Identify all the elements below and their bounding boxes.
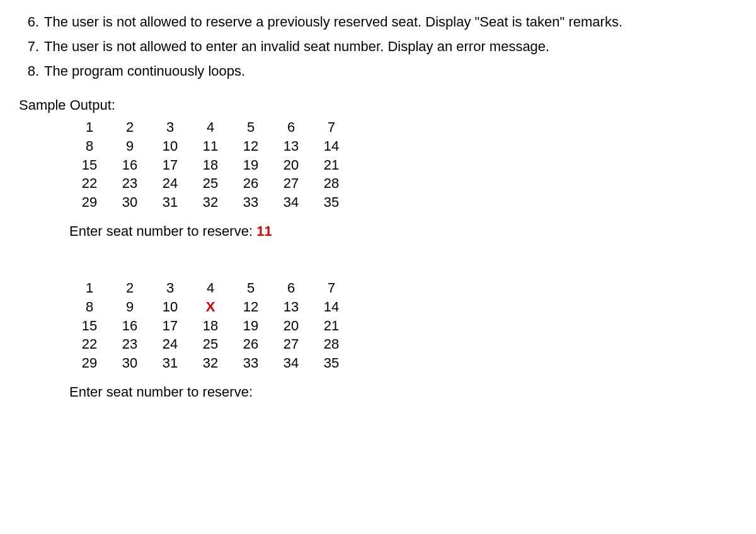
seat-cell: 16 bbox=[110, 156, 150, 175]
seat-cell: 12 bbox=[231, 298, 271, 316]
seat-cell: 30 bbox=[110, 354, 150, 373]
seat-row: 8910X121314 bbox=[69, 298, 737, 316]
seat-cell: 22 bbox=[69, 335, 110, 354]
prompt-text: Enter seat number to reserve: bbox=[69, 384, 253, 400]
seat-grid-initial: 1234567891011121314151617181920212223242… bbox=[69, 118, 737, 211]
prompt-text: Enter seat number to reserve: bbox=[69, 223, 256, 239]
seat-cell: 21 bbox=[311, 316, 352, 335]
list-item-8: 8. The program continuously loops. bbox=[19, 62, 737, 81]
seat-cell: 23 bbox=[110, 335, 150, 354]
seat-cell: 6 bbox=[271, 118, 311, 137]
seat-cell: 26 bbox=[231, 335, 271, 354]
seat-cell: 4 bbox=[190, 279, 231, 298]
list-text: The user is not allowed to enter an inva… bbox=[44, 37, 737, 57]
prompt-input-value: 11 bbox=[256, 223, 272, 239]
seat-cell: 28 bbox=[311, 335, 352, 354]
seat-row: 29303132333435 bbox=[69, 354, 737, 373]
seat-cell: 7 bbox=[311, 279, 352, 298]
seat-cell: 14 bbox=[311, 298, 352, 316]
seat-cell: 29 bbox=[69, 354, 110, 373]
seat-cell: 19 bbox=[231, 316, 271, 335]
seat-cell: 24 bbox=[150, 174, 190, 193]
seat-cell: 27 bbox=[271, 174, 311, 193]
seat-row: 22232425262728 bbox=[69, 174, 737, 193]
list-text: The program continuously loops. bbox=[44, 62, 737, 81]
seat-cell: 34 bbox=[271, 193, 311, 212]
prompt-line-1: Enter seat number to reserve: 11 bbox=[69, 222, 737, 241]
seat-cell: 35 bbox=[311, 193, 352, 212]
seat-cell: 4 bbox=[190, 118, 231, 137]
seat-cell: 24 bbox=[150, 335, 190, 354]
seat-cell: 2 bbox=[110, 279, 150, 298]
seat-cell: 16 bbox=[110, 316, 150, 335]
seat-cell: 30 bbox=[110, 193, 150, 212]
seat-cell: 8 bbox=[69, 137, 110, 156]
seat-row: 15161718192021 bbox=[69, 156, 737, 175]
seat-cell: 9 bbox=[110, 137, 150, 156]
seat-cell: 22 bbox=[69, 174, 110, 193]
seat-cell: 29 bbox=[69, 193, 110, 212]
seat-cell: 28 bbox=[311, 174, 352, 193]
seat-cell: 2 bbox=[110, 118, 150, 137]
seat-cell: 7 bbox=[311, 118, 352, 137]
seat-cell: 13 bbox=[271, 298, 311, 316]
seat-cell: 33 bbox=[231, 193, 271, 212]
seat-cell: 6 bbox=[271, 279, 311, 298]
list-number: 6. bbox=[19, 13, 39, 32]
seat-cell: 18 bbox=[190, 316, 231, 335]
seat-cell: 35 bbox=[311, 354, 352, 373]
sample-output-label: Sample Output: bbox=[19, 96, 737, 115]
seat-cell: 26 bbox=[231, 174, 271, 193]
list-text: The user is not allowed to reserve a pre… bbox=[44, 13, 737, 32]
seat-row: 15161718192021 bbox=[69, 316, 737, 335]
seat-cell: 31 bbox=[150, 354, 190, 373]
seat-cell: 5 bbox=[231, 279, 271, 298]
seat-cell: 32 bbox=[190, 354, 231, 373]
seat-grid-after: 12345678910X1213141516171819202122232425… bbox=[69, 279, 737, 372]
seat-cell: 23 bbox=[110, 174, 150, 193]
seat-cell: 15 bbox=[69, 156, 110, 175]
list-item-7: 7. The user is not allowed to enter an i… bbox=[19, 37, 737, 57]
seat-cell: 27 bbox=[271, 335, 311, 354]
seat-cell: 20 bbox=[271, 316, 311, 335]
seat-cell: 15 bbox=[69, 316, 110, 335]
seat-row: 891011121314 bbox=[69, 137, 737, 156]
seat-cell: 17 bbox=[150, 156, 190, 175]
seat-cell: 19 bbox=[231, 156, 271, 175]
seat-cell: 3 bbox=[150, 279, 190, 298]
list-item-6: 6. The user is not allowed to reserve a … bbox=[19, 13, 737, 32]
seat-cell: 12 bbox=[231, 137, 271, 156]
seat-cell: 1 bbox=[69, 118, 110, 137]
seat-cell: 10 bbox=[150, 137, 190, 156]
seat-cell: 25 bbox=[190, 335, 231, 354]
seat-row: 1234567 bbox=[69, 118, 737, 137]
seat-cell: 20 bbox=[271, 156, 311, 175]
seat-cell: 31 bbox=[150, 193, 190, 212]
seat-cell: 11 bbox=[190, 137, 231, 156]
seat-cell: 32 bbox=[190, 193, 231, 212]
seat-row: 29303132333435 bbox=[69, 193, 737, 212]
seat-cell: 18 bbox=[190, 156, 231, 175]
seat-cell-reserved: X bbox=[190, 298, 231, 316]
seat-cell: 33 bbox=[231, 354, 271, 373]
seat-cell: 8 bbox=[69, 298, 110, 316]
seat-cell: 14 bbox=[311, 137, 352, 156]
seat-cell: 25 bbox=[190, 174, 231, 193]
seat-row: 1234567 bbox=[69, 279, 737, 298]
seat-cell: 10 bbox=[150, 298, 190, 316]
seat-cell: 9 bbox=[110, 298, 150, 316]
seat-cell: 13 bbox=[271, 137, 311, 156]
prompt-line-2: Enter seat number to reserve: bbox=[69, 383, 737, 402]
seat-cell: 5 bbox=[231, 118, 271, 137]
seat-row: 22232425262728 bbox=[69, 335, 737, 354]
seat-cell: 34 bbox=[271, 354, 311, 373]
list-number: 8. bbox=[19, 62, 39, 81]
seat-cell: 17 bbox=[150, 316, 190, 335]
seat-cell: 21 bbox=[311, 156, 352, 175]
list-number: 7. bbox=[19, 37, 39, 57]
seat-cell: 1 bbox=[69, 279, 110, 298]
seat-cell: 3 bbox=[150, 118, 190, 137]
